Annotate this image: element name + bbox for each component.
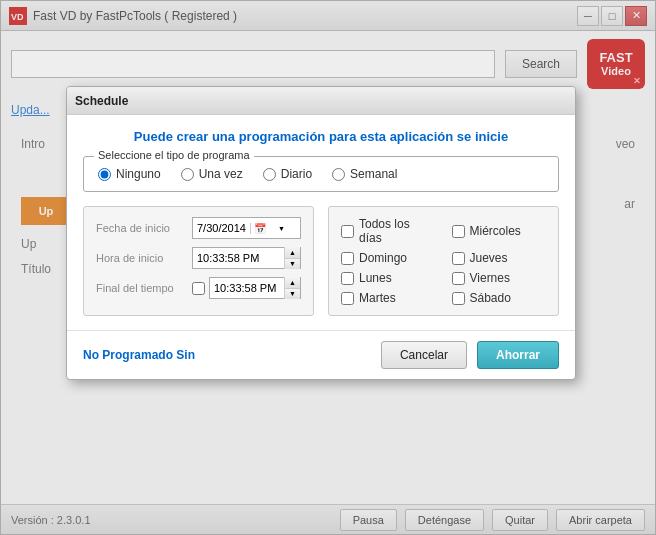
hora-spin-up[interactable]: ▲ bbox=[285, 247, 300, 259]
day-domingo-label: Domingo bbox=[359, 251, 407, 265]
day-viernes-check[interactable] bbox=[452, 272, 465, 285]
schedule-type-group: Seleccione el tipo de programa Ninguno U… bbox=[83, 156, 559, 192]
day-jueves-label: Jueves bbox=[470, 251, 508, 265]
modal-description: Puede crear una programación para esta a… bbox=[83, 129, 559, 144]
fecha-input[interactable]: 7/30/2014 📅 ▼ bbox=[192, 217, 301, 239]
cancel-button[interactable]: Cancelar bbox=[381, 341, 467, 369]
main-window: VD Fast VD by FastPcTools ( Registered )… bbox=[0, 0, 656, 535]
day-domingo-check[interactable] bbox=[341, 252, 354, 265]
day-todos[interactable]: Todos los días bbox=[341, 217, 436, 245]
day-todos-label: Todos los días bbox=[359, 217, 436, 245]
days-section: Todos los días Miércoles Domingo Jueves bbox=[328, 206, 559, 316]
day-domingo[interactable]: Domingo bbox=[341, 251, 436, 265]
radio-diario-label: Diario bbox=[281, 167, 312, 181]
calendar-icon[interactable]: 📅 bbox=[250, 223, 272, 234]
radio-una-vez[interactable]: Una vez bbox=[181, 167, 243, 181]
day-martes-label: Martes bbox=[359, 291, 396, 305]
day-viernes[interactable]: Viernes bbox=[452, 271, 547, 285]
radio-diario[interactable]: Diario bbox=[263, 167, 312, 181]
no-program-text: No Programado Sin bbox=[83, 348, 371, 362]
day-viernes-label: Viernes bbox=[470, 271, 510, 285]
fecha-dropdown-icon[interactable]: ▼ bbox=[278, 225, 296, 232]
final-spin-up[interactable]: ▲ bbox=[285, 277, 300, 289]
datetime-section: Fecha de inicio 7/30/2014 📅 ▼ Hora de in… bbox=[83, 206, 314, 316]
datetime-days-row: Fecha de inicio 7/30/2014 📅 ▼ Hora de in… bbox=[83, 206, 559, 316]
schedule-dialog: Schedule Puede crear una programación pa… bbox=[66, 86, 576, 380]
final-row: Final del tiempo 10:33:58 PM ▲ ▼ bbox=[96, 277, 301, 299]
hora-label: Hora de inicio bbox=[96, 252, 184, 264]
day-todos-check[interactable] bbox=[341, 225, 354, 238]
radio-diario-input[interactable] bbox=[263, 168, 276, 181]
day-lunes[interactable]: Lunes bbox=[341, 271, 436, 285]
day-lunes-check[interactable] bbox=[341, 272, 354, 285]
radio-ninguno-label: Ninguno bbox=[116, 167, 161, 181]
day-martes[interactable]: Martes bbox=[341, 291, 436, 305]
schedule-group-legend: Seleccione el tipo de programa bbox=[94, 149, 254, 161]
hora-spin-down[interactable]: ▼ bbox=[285, 259, 300, 270]
fecha-label: Fecha de inicio bbox=[96, 222, 184, 234]
fecha-value: 7/30/2014 bbox=[197, 222, 246, 234]
day-martes-check[interactable] bbox=[341, 292, 354, 305]
modal-title-bar: Schedule bbox=[67, 87, 575, 115]
radio-semanal-label: Semanal bbox=[350, 167, 397, 181]
modal-footer: No Programado Sin Cancelar Ahorrar bbox=[67, 330, 575, 379]
day-sabado-label: Sábado bbox=[470, 291, 511, 305]
day-jueves-check[interactable] bbox=[452, 252, 465, 265]
final-spin-down[interactable]: ▼ bbox=[285, 289, 300, 300]
day-lunes-label: Lunes bbox=[359, 271, 392, 285]
fecha-row: Fecha de inicio 7/30/2014 📅 ▼ bbox=[96, 217, 301, 239]
radio-semanal-input[interactable] bbox=[332, 168, 345, 181]
hora-row: Hora de inicio 10:33:58 PM ▲ ▼ bbox=[96, 247, 301, 269]
final-label: Final del tiempo bbox=[96, 282, 184, 294]
save-button[interactable]: Ahorrar bbox=[477, 341, 559, 369]
day-sabado-check[interactable] bbox=[452, 292, 465, 305]
hora-value: 10:33:58 PM bbox=[193, 252, 284, 264]
radio-una-vez-label: Una vez bbox=[199, 167, 243, 181]
day-miercoles[interactable]: Miércoles bbox=[452, 217, 547, 245]
final-checkbox[interactable] bbox=[192, 282, 205, 295]
radio-ninguno[interactable]: Ninguno bbox=[98, 167, 161, 181]
final-value: 10:33:58 PM bbox=[210, 282, 284, 294]
radio-ninguno-input[interactable] bbox=[98, 168, 111, 181]
radio-una-vez-input[interactable] bbox=[181, 168, 194, 181]
radio-semanal[interactable]: Semanal bbox=[332, 167, 397, 181]
day-sabado[interactable]: Sábado bbox=[452, 291, 547, 305]
modal-title: Schedule bbox=[75, 94, 128, 108]
day-miercoles-check[interactable] bbox=[452, 225, 465, 238]
radio-group: Ninguno Una vez Diario Semanal bbox=[98, 167, 544, 181]
day-jueves[interactable]: Jueves bbox=[452, 251, 547, 265]
modal-body: Puede crear una programación para esta a… bbox=[67, 115, 575, 330]
day-miercoles-label: Miércoles bbox=[470, 224, 521, 238]
